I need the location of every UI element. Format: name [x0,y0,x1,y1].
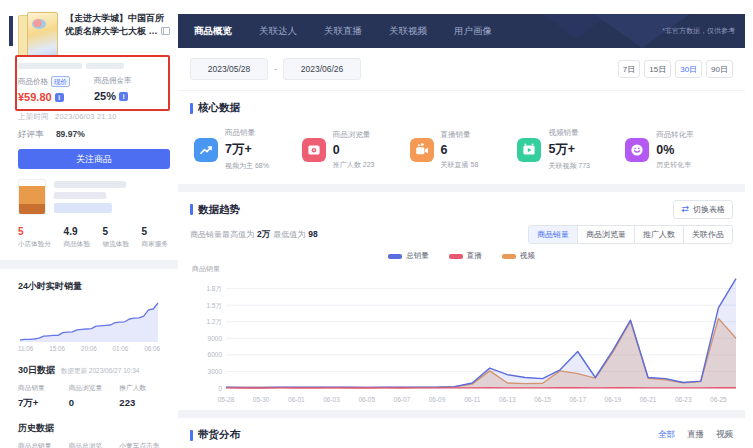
summary-prefix: 商品销量最高值为 [190,230,254,239]
stat-value: 7万+ [18,397,69,410]
shop-image [18,179,46,215]
tab-用户画像[interactable]: 用户画像 [454,25,492,38]
video-play-icon [517,138,541,162]
data-trend-section: 数据趋势 ⇄ 切换表格 商品销量最高值为2万最低值为98 商品销量商品浏览量推广… [178,192,745,410]
svg-text:06-07: 06-07 [394,396,411,403]
svg-text:05-30: 05-30 [253,396,270,403]
copy-icon[interactable] [161,27,168,35]
accent-bar [190,103,193,114]
legend-总销量[interactable]: 总销量 [388,251,429,261]
trend-tab-关联作品[interactable]: 关联作品 [683,226,732,243]
preset-30日[interactable]: 30日 [675,60,702,78]
svg-text:9000: 9000 [208,335,223,342]
metric-直播销量: 直播销量6关联直播 58 [410,128,518,171]
switch-table-button[interactable]: ⇄ 切换表格 [673,200,733,219]
main-panel: 商品概览关联达人关联直播关联视频用户画像 *非官方数据，仅供参考 2023/05… [178,14,745,448]
dist-tab-直播[interactable]: 直播 [687,429,704,441]
info-badge-icon[interactable]: i [119,92,128,101]
score-商家服务: 5商家服务 [142,226,168,249]
distribution-section: 带货分布 全部直播视频 [178,418,745,448]
section-divider [0,260,188,269]
commission-label-row: 商品佣金率 [94,76,170,86]
stat-小黄车点击率: 小黄车点击率0% [119,442,170,448]
tab-关联直播[interactable]: 关联直播 [324,25,362,38]
realtime-xlabel: 20:06 [81,345,97,352]
svg-text:商品销量: 商品销量 [191,265,220,273]
metric-视频销量: 视频销量5万+关联视频 773 [517,128,625,171]
realtime-chart-xlabels: 11:0615:0620:0601:0606:06 [18,345,160,352]
redacted-text [18,63,82,69]
stat-label: 商品总销量 [18,442,69,448]
preset-15日[interactable]: 15日 [644,60,671,78]
product-title: 【走进大学城】中国百所优质名牌大学七大板 … [65,13,164,36]
metric-sub: 关联视频 773 [548,161,590,171]
preset-90日[interactable]: 90日 [706,60,733,78]
navbar-tabs: 商品概览关联达人关联直播关联视频用户画像 [178,25,492,38]
metric-商品浏览量: 商品浏览量0推广人数 223 [302,128,410,171]
date-start-input[interactable]: 2023/05/28 [190,58,268,80]
trend-icon [194,138,218,162]
core-data-section: 核心数据 商品销量7万+视频为主 68%商品浏览量0推广人数 223直播销量6关… [178,91,745,184]
distribution-title: 带货分布 [190,428,240,442]
svg-text:06-03: 06-03 [323,396,340,403]
dist-tab-视频[interactable]: 视频 [716,429,733,441]
info-badge-icon[interactable]: i [55,93,64,102]
trend-title: 数据趋势 [190,203,240,217]
svg-text:05-28: 05-28 [218,396,235,403]
metric-text: 直播销量6关联直播 58 [441,130,479,170]
listed-time-row: 上架时间 2023/06/03 21:10 [18,112,170,122]
date-separator: - [274,64,277,74]
metric-sub: 推广人数 223 [333,160,375,170]
score-label: 商家服务 [142,240,168,249]
metric-text: 商品浏览量0推广人数 223 [333,130,375,170]
summary-min: 98 [308,229,317,239]
tab-商品概览[interactable]: 商品概览 [194,25,232,38]
metric-text: 商品转化率0%历史转化率 [656,130,694,170]
stat-label: 商品销量 [18,384,69,393]
svg-text:06-25: 06-25 [710,396,727,403]
tab-关联达人[interactable]: 关联达人 [259,25,297,38]
product-image-front [27,12,58,57]
svg-text:06-21: 06-21 [640,396,657,403]
metric-text: 商品销量7万+视频为主 68% [225,128,269,171]
score-商品体验: 4.9商品体验 [64,226,90,249]
realtime-xlabel: 15:06 [49,345,65,352]
shop-scores: 5小店体验分4.9商品体验5物流体验5商家服务 [18,226,170,249]
score-label: 小店体验分 [18,240,51,249]
metric-value: 0% [656,143,694,157]
price-value: ¥59.80 [18,91,52,103]
score-label: 物流体验 [103,240,129,249]
preset-7日[interactable]: 7日 [618,60,640,78]
shop-row [18,179,170,215]
trend-tab-商品销量[interactable]: 商品销量 [529,226,577,243]
distribution-tabs: 全部直播视频 [658,429,733,441]
date-presets: 7日15日30日90日 [618,60,733,78]
legend-swatch [449,254,463,259]
accent-bar [190,204,193,215]
trend-tab-推广人数[interactable]: 推广人数 [634,226,683,243]
legend-直播[interactable]: 直播 [449,251,482,261]
commission-value: 25% [94,90,116,102]
trend-tab-商品浏览量[interactable]: 商品浏览量 [577,226,634,243]
summary-max: 2万 [257,229,270,239]
svg-text:06-01: 06-01 [288,396,305,403]
history-stats: 商品总销量7万+商品总浏览10.7万小黄车点击率0% [18,442,170,448]
date-range-row: 2023/05/28 - 2023/06/26 7日15日30日90日 [178,48,745,91]
stat-商品销量: 商品销量7万+ [18,384,69,410]
stat-value: 223 [119,397,170,408]
stat-label: 小黄车点击率 [119,442,170,448]
dist-tab-全部[interactable]: 全部 [658,429,675,441]
svg-text:06-17: 06-17 [569,396,586,403]
score-value: 5 [103,226,129,237]
listed-time-value: 2023/06/03 21:10 [55,112,117,121]
score-value: 5 [18,226,51,237]
commission-label: 商品佣金率 [94,76,132,86]
tab-关联视频[interactable]: 关联视频 [389,25,427,38]
metric-商品销量: 商品销量7万+视频为主 68% [194,128,302,171]
follow-product-button[interactable]: 关注商品 [18,149,170,169]
metric-value: 6 [441,143,479,157]
date-end-input[interactable]: 2023/06/26 [283,58,361,80]
legend-视频[interactable]: 视频 [502,251,535,261]
trend-metric-tabs: 商品销量商品浏览量推广人数关联作品 [528,225,733,244]
section-divider [178,184,745,192]
